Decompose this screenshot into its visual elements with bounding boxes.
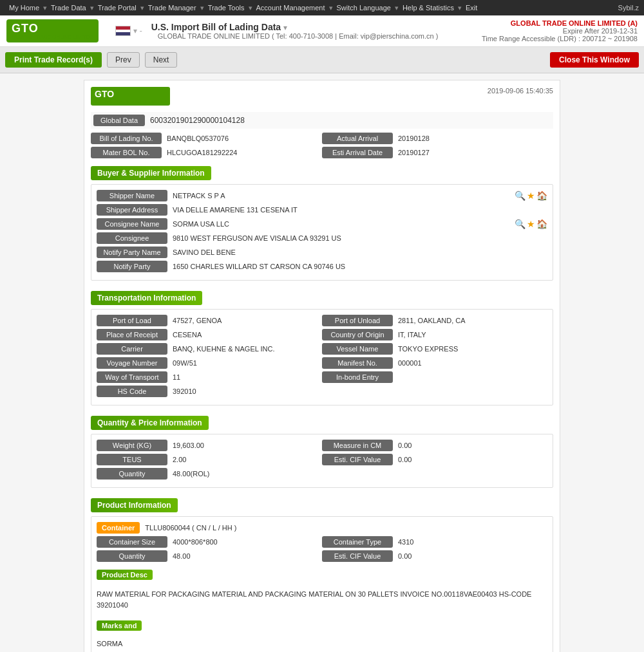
carrier-vessel-row: Carrier BANQ, KUEHNE & NAGEL INC. Vessel… bbox=[97, 343, 547, 355]
product-cif-col: Esti. CIF Value 0.00 bbox=[322, 550, 547, 562]
teus-value: 2.00 bbox=[167, 454, 322, 465]
esti-cif-col: Esti. CIF Value 0.00 bbox=[322, 454, 547, 465]
consignee-name-label: Consignee Name bbox=[97, 218, 167, 230]
consignee-name-row: Consignee Name SORMA USA LLC 🔍 ★ 🏠 bbox=[97, 218, 547, 230]
flag-area: ▾ - bbox=[115, 26, 145, 36]
star-icon-shipper[interactable]: ★ bbox=[527, 191, 535, 201]
product-qty-cif-row: Quantity 48.00 Esti. CIF Value 0.00 bbox=[97, 550, 547, 562]
header-title-arrow[interactable]: ▾ bbox=[283, 23, 287, 32]
carrier-col: Carrier BANQ, KUEHNE & NAGEL INC. bbox=[97, 343, 322, 355]
inbond-entry-value bbox=[393, 375, 547, 379]
home-icon-consignee[interactable]: 🏠 bbox=[536, 219, 547, 229]
mater-bol-col: Mater BOL No. HLCUGOA181292224 bbox=[91, 147, 322, 158]
vessel-name-value: TOKYO EXPRESS bbox=[393, 343, 547, 355]
record-card: GTO GLOBAL TRADE ONLINE LIMITED 2019-09-… bbox=[84, 80, 560, 652]
product-quantity-value: 48.00 bbox=[167, 550, 322, 562]
record-datetime: 2019-09-06 15:40:35 bbox=[488, 87, 553, 95]
bol-label: Bill of Lading No. bbox=[91, 133, 162, 144]
consignee-label: Consignee bbox=[97, 232, 167, 244]
way-inbond-row: Way of Transport 11 In-bond Entry bbox=[97, 371, 547, 383]
esti-arrival-label: Esti Arrival Date bbox=[322, 147, 393, 158]
product-desc-badge: Product Desc bbox=[97, 570, 153, 580]
contact-company: GLOBAL TRADE ONLINE LIMITED bbox=[158, 32, 270, 40]
port-unload-col: Port of Unload 2811, OAKLAND, CA bbox=[322, 315, 547, 326]
nav-tradetools[interactable]: Trade Tools bbox=[204, 4, 249, 12]
record-logo-sub: GLOBAL TRADE ONLINE LIMITED bbox=[95, 99, 166, 104]
contact-info: GLOBAL TRADE ONLINE LIMITED ( Tel: 400-7… bbox=[158, 32, 439, 40]
product-qty-col: Quantity 48.00 bbox=[97, 550, 322, 562]
product-desc-row: Product Desc bbox=[97, 564, 547, 584]
quantity-value: 48.00(ROL) bbox=[167, 468, 547, 480]
vessel-name-label: Vessel Name bbox=[322, 343, 393, 355]
container-type-col: Container Type 4310 bbox=[322, 536, 547, 548]
nav-helpstats[interactable]: Help & Statistics bbox=[399, 4, 458, 12]
nav-exit[interactable]: Exit bbox=[462, 4, 481, 12]
country-origin-label: Country of Origin bbox=[322, 329, 393, 340]
notify-party-row: Notify Party 1650 CHARLES WILLARD ST CAR… bbox=[97, 261, 547, 272]
container-type-value: 4310 bbox=[393, 536, 547, 548]
container-size-value: 4000*806*800 bbox=[167, 536, 322, 548]
record-header: GTO GLOBAL TRADE ONLINE LIMITED 2019-09-… bbox=[91, 87, 553, 106]
container-size-label: Container Size bbox=[97, 536, 167, 548]
close-button-top[interactable]: Close This Window bbox=[550, 52, 639, 68]
actual-arrival-label: Actual Arrival bbox=[322, 133, 393, 144]
nav-accountmgmt[interactable]: Account Management bbox=[252, 4, 329, 12]
quantity-price-section: Weight (KG) 19,603.00 Measure in CM 0.00… bbox=[91, 434, 553, 488]
mater-bol-value: HLCUGOA181292224 bbox=[162, 147, 322, 158]
esti-arrival-col: Esti Arrival Date 20190127 bbox=[322, 147, 553, 158]
company-name: GLOBAL TRADE ONLINE LIMITED (A) bbox=[482, 19, 638, 27]
marks-value: SORMA bbox=[97, 637, 547, 650]
contact-email: Email: vip@pierschina.com.cn bbox=[339, 32, 434, 40]
place-country-row: Place of Receipt CESENA Country of Origi… bbox=[97, 329, 547, 340]
prev-button-top[interactable]: Prev bbox=[107, 52, 140, 68]
nav-tradedata[interactable]: Trade Data bbox=[47, 4, 90, 12]
voyage-col: Voyage Number 09W/51 bbox=[97, 357, 322, 369]
header-title-area: U.S. Import Bill of Lading Data ▾ GLOBAL… bbox=[151, 22, 439, 40]
nav-tradeportal[interactable]: Trade Portal bbox=[94, 4, 140, 12]
place-receipt-value: CESENA bbox=[167, 329, 322, 340]
record-logo-text: GTO bbox=[95, 89, 114, 99]
actual-arrival-value: 20190128 bbox=[393, 133, 553, 144]
logo-subtitle: GLOBAL TRADE ONLINE LIMITED bbox=[12, 34, 93, 40]
product-quantity-label: Quantity bbox=[97, 550, 167, 562]
search-icon-shipper[interactable]: 🔍 bbox=[515, 191, 526, 201]
search-icon-consignee[interactable]: 🔍 bbox=[515, 219, 526, 229]
container-size-type-row: Container Size 4000*806*800 Container Ty… bbox=[97, 536, 547, 548]
record-logo-box: GTO GLOBAL TRADE ONLINE LIMITED bbox=[91, 87, 170, 106]
shipper-name-row: Shipper Name NETPACK S P A 🔍 ★ 🏠 bbox=[97, 190, 547, 201]
way-transport-col: Way of Transport 11 bbox=[97, 371, 322, 383]
consignee-row: Consignee 9810 WEST FERGUSON AVE VISALIA… bbox=[97, 232, 547, 244]
manifest-col: Manifest No. 000001 bbox=[322, 357, 547, 369]
weight-value: 19,603.00 bbox=[167, 440, 322, 451]
notify-party-label: Notify Party bbox=[97, 261, 167, 272]
logo-box: GTO GLOBAL TRADE ONLINE LIMITED bbox=[6, 19, 99, 42]
mater-bol-row: Mater BOL No. HLCUGOA181292224 Esti Arri… bbox=[91, 147, 553, 158]
content-wrap: GTO GLOBAL TRADE ONLINE LIMITED 2019-09-… bbox=[0, 73, 644, 652]
global-data-row: Global Data 6003201901290000104128 bbox=[91, 112, 553, 129]
bol-row: Bill of Lading No. BANQBLQ0537076 Actual… bbox=[91, 133, 553, 144]
header-title: U.S. Import Bill of Lading Data bbox=[151, 22, 281, 32]
port-row: Port of Load 47527, GENOA Port of Unload… bbox=[97, 315, 547, 326]
hs-code-value: 392010 bbox=[167, 386, 547, 397]
nav-trademanager[interactable]: Trade Manager bbox=[144, 4, 200, 12]
expire-label: Expire After 2019-12-31 bbox=[482, 27, 638, 35]
notify-party-value: 1650 CHARLES WILLARD ST CARSON CA 90746 … bbox=[167, 261, 547, 272]
nav-switchlang[interactable]: Switch Language bbox=[333, 4, 395, 12]
print-button-top[interactable]: Print Trade Record(s) bbox=[5, 52, 102, 68]
voyage-number-value: 09W/51 bbox=[167, 357, 322, 369]
measure-value: 0.00 bbox=[393, 440, 547, 451]
port-unload-value: 2811, OAKLAND, CA bbox=[393, 315, 547, 326]
quantity-label: Quantity bbox=[97, 468, 167, 480]
country-origin-value: IT, ITALY bbox=[393, 329, 547, 340]
container-type-label: Container Type bbox=[322, 536, 393, 548]
port-load-col: Port of Load 47527, GENOA bbox=[97, 315, 322, 326]
hs-code-row: HS Code 392010 bbox=[97, 386, 547, 397]
logo-area: GTO GLOBAL TRADE ONLINE LIMITED bbox=[6, 19, 99, 42]
nav-myhome[interactable]: My Home bbox=[5, 4, 43, 12]
header-bar: GTO GLOBAL TRADE ONLINE LIMITED ▾ - U.S.… bbox=[0, 15, 644, 47]
home-icon-shipper[interactable]: 🏠 bbox=[536, 191, 547, 201]
next-button-top[interactable]: Next bbox=[145, 52, 178, 68]
contact-tel: Tel: 400-710-3008 bbox=[276, 32, 334, 40]
teus-col: TEUS 2.00 bbox=[97, 454, 322, 465]
star-icon-consignee[interactable]: ★ bbox=[527, 219, 535, 229]
